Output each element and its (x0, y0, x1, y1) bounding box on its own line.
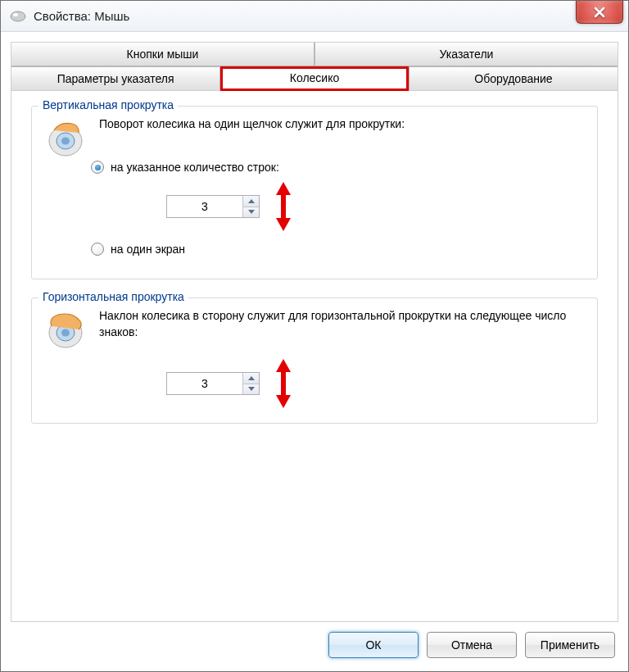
radio-lines-row: на указанное количество строк: (91, 161, 586, 174)
vertical-description: Поворот колесика на один щелчок служит д… (99, 116, 586, 132)
vertical-spin-down[interactable] (243, 207, 259, 218)
apply-button[interactable]: Применить (525, 632, 615, 658)
window-title: Свойства: Мышь (34, 9, 129, 23)
tab-row-2: Параметры указателя Колесико Оборудовани… (11, 66, 618, 91)
wheel-vertical-icon (43, 116, 88, 161)
horizontal-spin-down[interactable] (243, 384, 259, 395)
svg-point-1 (13, 13, 18, 16)
svg-point-4 (61, 138, 70, 145)
tab-pointers[interactable]: Указатели (314, 43, 618, 66)
svg-point-0 (11, 11, 25, 21)
tab-container: Кнопки мыши Указатели Параметры указател… (11, 42, 618, 622)
horizontal-description: Наклон колесика в сторону служит для гор… (99, 308, 586, 340)
tab-pointer-options[interactable]: Параметры указателя (11, 66, 220, 91)
radio-lines[interactable] (91, 161, 104, 174)
tab-body: Вертикальная прокрутка Поворот колесик (11, 91, 618, 621)
wheel-horizontal-icon (43, 308, 88, 352)
tab-wheel-highlight: Колесико (220, 66, 409, 91)
vertical-lines-spinner: 3 (166, 195, 260, 218)
horizontal-scroll-legend: Горизонтальная прокрутка (38, 290, 188, 303)
close-button[interactable] (576, 1, 623, 24)
radio-lines-label: на указанное количество строк: (111, 161, 279, 174)
vertical-spin-up[interactable] (243, 196, 259, 207)
horizontal-chars-spinner: 3 (166, 372, 260, 395)
vertical-scroll-legend: Вертикальная прокрутка (38, 98, 178, 111)
tab-hardware[interactable]: Оборудование (409, 66, 618, 91)
vertical-lines-value[interactable]: 3 (167, 196, 242, 217)
dialog-window: Свойства: Мышь Кнопки мыши Указатели Пар… (0, 0, 629, 672)
radio-screen-row: на один экран (91, 243, 586, 256)
cancel-button[interactable]: Отмена (427, 632, 517, 658)
vertical-scroll-group: Вертикальная прокрутка Поворот колесик (31, 106, 598, 279)
radio-screen[interactable] (91, 243, 104, 256)
red-arrow-icon (274, 182, 292, 231)
dialog-buttons: ОК Отмена Применить (11, 622, 618, 661)
horizontal-chars-value[interactable]: 3 (167, 373, 242, 394)
radio-screen-label: на один экран (111, 243, 185, 256)
tab-buttons[interactable]: Кнопки мыши (11, 43, 314, 66)
tab-wheel[interactable]: Колесико (223, 69, 406, 87)
horizontal-spin-up[interactable] (243, 373, 259, 384)
red-arrow-icon (274, 359, 292, 408)
mouse-icon (9, 10, 27, 23)
content-area: Кнопки мыши Указатели Параметры указател… (1, 32, 628, 671)
titlebar: Свойства: Мышь (1, 1, 628, 32)
ok-button[interactable]: ОК (328, 632, 419, 658)
tab-row-1: Кнопки мыши Указатели (11, 43, 618, 66)
svg-point-7 (61, 329, 70, 337)
horizontal-scroll-group: Горизонтальная прокрутка Наклон колеси (31, 297, 598, 424)
